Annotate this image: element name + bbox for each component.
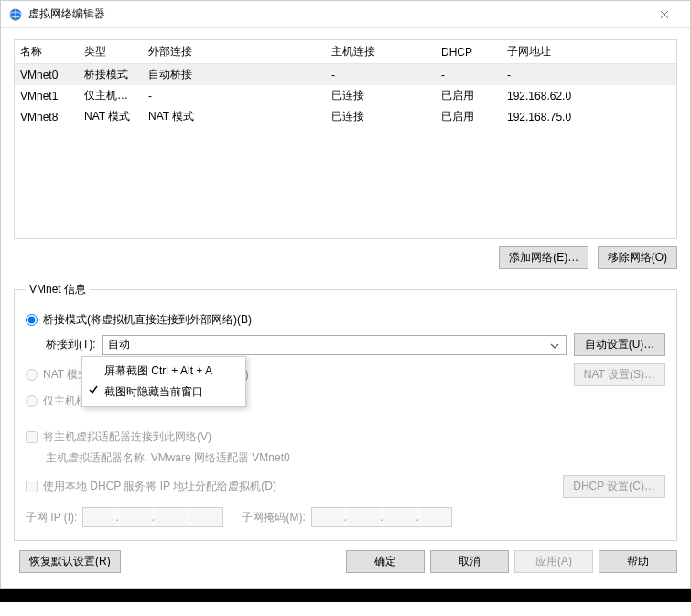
host-adapter-checkbox-row[interactable]: 将主机虚拟适配器连接到此网络(V) xyxy=(26,429,665,445)
ip-seg[interactable] xyxy=(420,508,451,526)
cell-host: 已连接 xyxy=(326,85,436,106)
svg-rect-2 xyxy=(15,18,17,20)
cell-ext: 自动桥接 xyxy=(143,64,326,86)
cell-type: NAT 模式 xyxy=(79,106,143,127)
cell-dhcp: 已启用 xyxy=(436,85,502,106)
cell-dhcp: 已启用 xyxy=(436,106,502,127)
ip-seg[interactable] xyxy=(191,508,222,526)
nat-settings-button: NAT 设置(S)… xyxy=(574,363,665,386)
subnet-fields: 子网 IP (I): . . . 子网掩码(M): . . . xyxy=(26,507,665,527)
check-icon xyxy=(88,384,99,398)
cell-subnet: 192.168.62.0 xyxy=(502,85,676,106)
ip-seg[interactable] xyxy=(312,508,343,526)
ip-seg[interactable] xyxy=(120,508,151,526)
dhcp-checkbox[interactable] xyxy=(26,481,38,492)
bridge-mode-label: 桥接模式(将虚拟机直接连接到外部网络)(B) xyxy=(43,312,252,328)
virtual-network-editor-window: 虚拟网络编辑器 名称 类型 外部连接 主机连接 DHCP 子网地址 xyxy=(0,0,691,589)
app-icon xyxy=(8,7,23,22)
cell-type: 桥接模式 xyxy=(79,64,143,86)
bridge-to-label: 桥接到(T): xyxy=(46,337,96,352)
menu-item-label: 屏幕截图 Ctrl + Alt + A xyxy=(104,363,212,379)
col-external[interactable]: 外部连接 xyxy=(143,40,326,64)
network-table[interactable]: 名称 类型 外部连接 主机连接 DHCP 子网地址 VMnet0 桥接模式 自动… xyxy=(14,39,677,239)
cell-name: VMnet1 xyxy=(15,85,79,106)
subnet-ip-input[interactable]: . . . xyxy=(82,507,223,527)
col-dhcp[interactable]: DHCP xyxy=(436,40,502,64)
close-button[interactable] xyxy=(646,1,683,28)
table-row[interactable]: VMnet1 仅主机… - 已连接 已启用 192.168.62.0 xyxy=(15,85,676,106)
menu-item-screenshot[interactable]: 屏幕截图 Ctrl + Alt + A xyxy=(82,361,245,382)
col-host[interactable]: 主机连接 xyxy=(326,40,436,64)
chevron-down-icon xyxy=(547,339,562,353)
cell-subnet: 192.168.75.0 xyxy=(502,106,676,127)
menu-item-label: 截图时隐藏当前窗口 xyxy=(104,384,203,400)
subnet-mask-label: 子网掩码(M): xyxy=(242,510,305,525)
cell-subnet: - xyxy=(502,64,676,86)
hostonly-mode-radio[interactable] xyxy=(26,395,38,407)
host-adapter-name: 主机虚拟适配器名称: VMware 网络适配器 VMnet0 xyxy=(46,450,665,466)
subnet-mask-input[interactable]: . . . xyxy=(311,507,452,527)
col-subnet[interactable]: 子网地址 xyxy=(502,40,676,64)
bridge-to-value: 自动 xyxy=(108,337,130,352)
table-row[interactable]: VMnet0 桥接模式 自动桥接 - - - xyxy=(15,64,676,86)
cell-host: 已连接 xyxy=(326,106,436,127)
remove-network-button[interactable]: 移除网络(O) xyxy=(598,246,677,269)
cell-ext: NAT 模式 xyxy=(143,106,326,127)
group-legend: VMnet 信息 xyxy=(26,282,90,297)
dialog-footer: 恢复默认设置(R) 确定 取消 应用(A) 帮助 xyxy=(14,550,677,575)
dhcp-checkbox-row[interactable]: 使用本地 DHCP 服务将 IP 地址分配给虚拟机(D) xyxy=(26,479,556,494)
menu-item-hide-window[interactable]: 截图时隐藏当前窗口 xyxy=(82,382,245,403)
ok-button[interactable]: 确定 xyxy=(346,550,425,573)
ip-seg[interactable] xyxy=(348,508,379,526)
table-header: 名称 类型 外部连接 主机连接 DHCP 子网地址 xyxy=(15,40,676,64)
col-type[interactable]: 类型 xyxy=(79,40,143,64)
cell-type: 仅主机… xyxy=(79,85,143,106)
subnet-ip-label: 子网 IP (I): xyxy=(26,510,77,525)
cell-name: VMnet8 xyxy=(15,106,79,127)
window-title: 虚拟网络编辑器 xyxy=(28,6,646,22)
auto-settings-button[interactable]: 自动设置(U)… xyxy=(574,333,665,356)
ip-seg[interactable] xyxy=(83,508,114,526)
help-button[interactable]: 帮助 xyxy=(599,550,677,573)
host-adapter-label: 将主机虚拟适配器连接到此网络(V) xyxy=(43,429,211,445)
ip-seg[interactable] xyxy=(384,508,416,526)
bridge-to-row: 桥接到(T): 自动 自动设置(U)… xyxy=(46,333,665,356)
col-name[interactable]: 名称 xyxy=(15,40,79,64)
restore-defaults-button[interactable]: 恢复默认设置(R) xyxy=(19,550,121,573)
apply-button: 应用(A) xyxy=(514,550,593,573)
task-bar-fragment xyxy=(0,589,691,602)
bridge-mode-option[interactable]: 桥接模式(将虚拟机直接连接到外部网络)(B) xyxy=(26,312,665,328)
screenshot-context-menu[interactable]: 屏幕截图 Ctrl + Alt + A 截图时隐藏当前窗口 xyxy=(81,356,246,407)
dialog-body: 名称 类型 外部连接 主机连接 DHCP 子网地址 VMnet0 桥接模式 自动… xyxy=(1,28,690,588)
cell-ext: - xyxy=(143,85,326,106)
table-buttons: 添加网络(E)… 移除网络(O) xyxy=(14,246,677,269)
add-network-button[interactable]: 添加网络(E)… xyxy=(499,246,588,269)
cell-host: - xyxy=(326,64,436,86)
bridge-to-select[interactable]: 自动 xyxy=(102,335,567,355)
table-row[interactable]: VMnet8 NAT 模式 NAT 模式 已连接 已启用 192.168.75.… xyxy=(15,106,676,127)
cancel-button[interactable]: 取消 xyxy=(430,550,509,573)
titlebar: 虚拟网络编辑器 xyxy=(1,1,690,28)
dhcp-settings-button: DHCP 设置(C)… xyxy=(563,475,665,498)
host-adapter-checkbox[interactable] xyxy=(26,431,38,443)
bridge-mode-radio[interactable] xyxy=(26,314,38,326)
nat-mode-radio[interactable] xyxy=(26,369,38,381)
dhcp-label: 使用本地 DHCP 服务将 IP 地址分配给虚拟机(D) xyxy=(43,479,276,494)
cell-name: VMnet0 xyxy=(15,64,79,86)
cell-dhcp: - xyxy=(436,64,502,86)
ip-seg[interactable] xyxy=(156,508,187,526)
vmnet-info-group: VMnet 信息 桥接模式(将虚拟机直接连接到外部网络)(B) 桥接到(T): … xyxy=(14,282,677,541)
